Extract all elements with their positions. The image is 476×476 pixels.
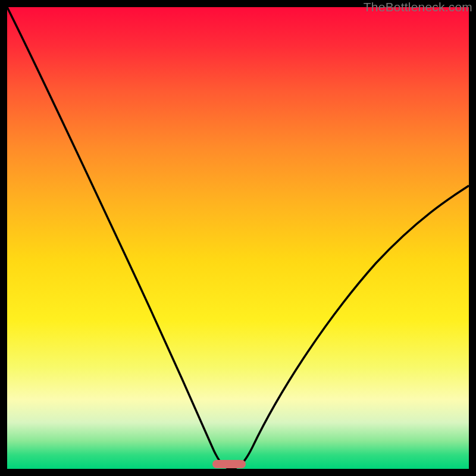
curve-right-branch — [231, 186, 469, 469]
curve-left-branch — [7, 7, 231, 469]
chart-frame — [7, 7, 469, 469]
balance-marker — [212, 460, 246, 468]
attribution-text: TheBottleneck.com — [364, 0, 472, 14]
bottleneck-curve — [7, 7, 469, 469]
